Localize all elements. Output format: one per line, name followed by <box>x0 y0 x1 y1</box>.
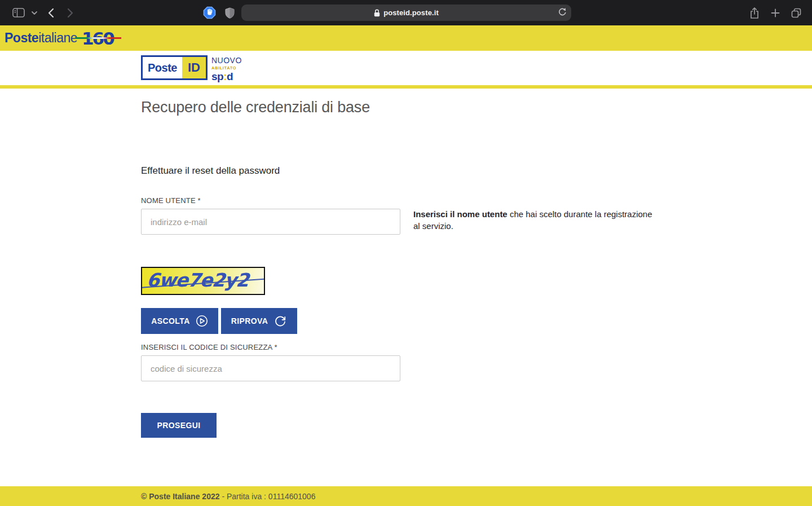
posteid-box: Poste ID <box>141 55 208 80</box>
privacy-extension-button[interactable] <box>223 0 236 25</box>
posteid-poste-text: Poste <box>143 57 182 78</box>
forward-button[interactable] <box>64 0 77 25</box>
security-code-label: INSERISCI IL CODICE DI SICUREZZA * <box>141 343 277 351</box>
riprova-button[interactable]: RIPROVA <box>221 308 297 334</box>
back-arrow-icon <box>47 8 54 18</box>
address-bar[interactable]: posteid.poste.it <box>241 5 571 21</box>
security-code-input[interactable] <box>141 355 400 381</box>
padlock-icon <box>374 9 380 17</box>
brand-poste-text: Poste <box>5 30 38 46</box>
sidebar-chevron-button[interactable] <box>29 0 39 25</box>
main-content: Recupero delle credenziali di base Effet… <box>0 89 812 486</box>
spid-abilitato-text: ABILITATO <box>211 66 242 71</box>
page-footer: © Poste Italiane 2022 - Partita iva : 01… <box>0 486 812 506</box>
ascolta-button[interactable]: ASCOLTA <box>141 308 218 334</box>
chevron-down-icon <box>31 11 38 15</box>
shield-icon <box>225 7 235 19</box>
posteid-id-text: ID <box>182 57 206 78</box>
brand-italiane-text: italiane <box>38 30 77 46</box>
browser-toolbar: posteid.poste.it <box>0 0 812 25</box>
reload-icon <box>558 7 567 17</box>
posteid-spid-logo: Poste ID NUOVO ABILITATO sp:d <box>141 55 242 82</box>
share-icon <box>749 7 760 19</box>
footer-text: © Poste Italiane 2022 - Partita iva : 01… <box>141 492 315 501</box>
reload-button[interactable] <box>558 7 567 19</box>
new-tab-button[interactable] <box>768 0 783 25</box>
posteid-logo-strip: Poste ID NUOVO ABILITATO sp:d <box>0 51 812 85</box>
username-label: NOME UTENTE * <box>141 196 201 205</box>
url-text: posteid.poste.it <box>383 8 439 17</box>
username-input[interactable] <box>141 209 400 235</box>
share-button[interactable] <box>747 0 762 25</box>
posteitaliane-logo: Posteitaliane 160 <box>5 25 113 51</box>
tab-overview-icon <box>791 7 802 19</box>
section-title: Effettuare il reset della password <box>141 165 280 177</box>
tricolor-line <box>75 37 121 39</box>
prosegui-button[interactable]: PROSEGUI <box>141 413 217 438</box>
tab-overview-button[interactable] <box>788 0 804 25</box>
hand-blocker-icon <box>202 6 217 20</box>
refresh-icon <box>273 314 287 328</box>
spid-badge: NUOVO ABILITATO sp:d <box>211 55 242 82</box>
captcha-image: 6we7e2y2 <box>141 267 265 295</box>
forward-arrow-icon <box>67 8 74 18</box>
content-blocker-extension-button[interactable] <box>202 0 217 25</box>
sidebar-toggle-button[interactable] <box>11 0 26 25</box>
page-title: Recupero delle credenziali di base <box>141 99 370 116</box>
brand-header: Posteitaliane 160 <box>0 25 812 51</box>
anniversary-160-logo: 160 <box>82 28 113 49</box>
plus-icon <box>771 8 780 17</box>
spid-nuovo-text: NUOVO <box>211 56 242 64</box>
username-help-text: Inserisci il nome utente che hai scelto … <box>413 208 656 232</box>
play-circle-icon <box>196 315 208 327</box>
spid-wordmark: sp:d <box>211 71 242 82</box>
back-button[interactable] <box>44 0 58 25</box>
sidebar-icon <box>12 8 25 17</box>
